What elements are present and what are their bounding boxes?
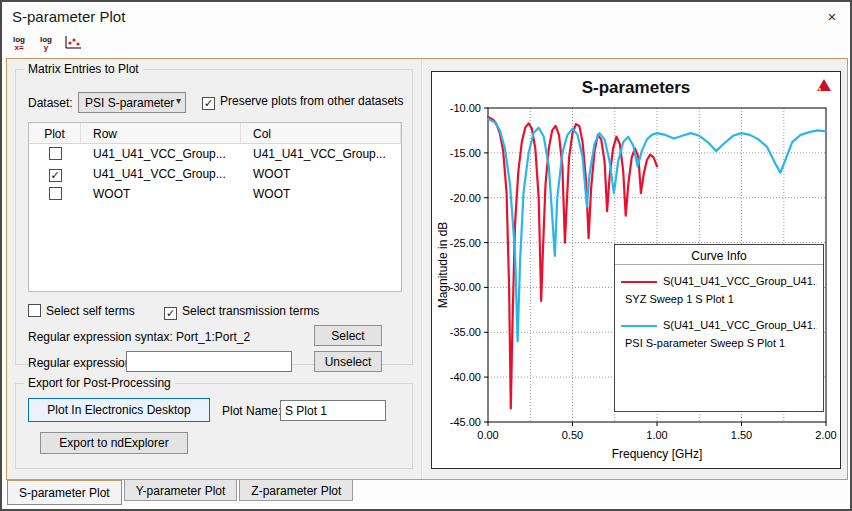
svg-text:Magnitude in dB: Magnitude in dB [436,222,450,309]
preserve-plots-label: Preserve plots from other datasets [220,94,403,108]
svg-text:Frequency [GHz]: Frequency [GHz] [612,447,703,461]
red-curve-sample-icon [621,281,657,283]
select-transmission-terms-checkbox[interactable]: ✓Select transmission terms [164,304,319,320]
chevron-down-icon: ▾ [176,95,181,106]
svg-text:0.00: 0.00 [477,429,498,441]
select-button[interactable]: Select [314,325,382,346]
titlebar: S-parameter Plot × [2,2,850,32]
row-cell: U41_U41_VCC_Group... [81,147,241,161]
export-group: Export for Post-Processing Plot In Elect… [15,383,413,469]
s-parameter-plot-dialog: S-parameter Plot × log x= log y Matrix E… [0,0,852,511]
svg-text:-45.00: -45.00 [450,416,481,428]
plot-in-electronics-desktop-button[interactable]: Plot In Electronics Desktop [28,398,210,422]
svg-text:-10.00: -10.00 [450,102,481,114]
chart-panel: S-parameters 0.000.501.001.502.00-10.00-… [431,71,841,469]
dataset-dropdown[interactable]: PSI S-parameter ▾ [78,92,186,113]
matrix-entries-group-title: Matrix Entries to Plot [24,62,143,76]
svg-text:2.00: 2.00 [815,429,836,441]
col-cell: U41_U41_VCC_Group... [241,147,401,161]
column-header-plot: Plot [29,123,81,143]
preserve-plots-checkbox[interactable]: ✓Preserve plots from other datasets [202,94,403,110]
close-icon[interactable]: × [822,7,842,27]
regex-input[interactable] [126,351,292,372]
table-row[interactable]: ✓ U41_U41_VCC_Group... WOOT [29,164,401,184]
pane-divider [421,59,423,479]
dialog-content: Matrix Entries to Plot Dataset: PSI S-pa… [6,58,848,480]
regex-syntax-label: Regular expression syntax: Port_1:Port_2 [28,330,250,344]
column-header-col: Col [241,123,401,143]
log-y-axis-button[interactable]: log y [35,34,57,54]
legend-entry: S(U41_U41_VCC_Group_U41... SYZ Sweep 1 S… [615,265,823,309]
col-cell: WOOT [241,187,401,201]
select-self-terms-label: Select self terms [46,304,135,318]
plot-name-label: Plot Name: [222,404,281,418]
svg-text:-40.00: -40.00 [450,371,481,383]
scatter-plot-icon [64,35,82,53]
svg-text:-15.00: -15.00 [450,147,481,159]
tab-z-parameter-plot[interactable]: Z-parameter Plot [239,480,353,501]
svg-text:1.00: 1.00 [646,429,667,441]
column-header-row: Row [81,123,241,143]
svg-text:-35.00: -35.00 [450,326,481,338]
matrix-entries-group: Matrix Entries to Plot Dataset: PSI S-pa… [15,69,413,365]
dataset-label: Dataset: [28,96,73,110]
export-to-ndexplorer-button[interactable]: Export to ndExplorer [40,432,188,454]
tab-y-parameter-plot[interactable]: Y-parameter Plot [124,480,238,501]
tab-s-parameter-plot[interactable]: S-parameter Plot [7,480,122,505]
legend-title: Curve Info [615,245,823,265]
svg-text:0.50: 0.50 [562,429,583,441]
plot-name-input[interactable] [280,400,386,421]
row-plot-checkbox[interactable] [49,147,62,160]
svg-text:1.50: 1.50 [731,429,752,441]
table-header: Plot Row Col [29,123,401,144]
select-transmission-terms-label: Select transmission terms [182,304,319,318]
window-title: S-parameter Plot [12,8,125,25]
dataset-dropdown-value: PSI S-parameter [85,96,174,110]
ansys-logo-icon [816,78,832,95]
legend-curve-name: S(U41_U41_VCC_Group_U41... [663,319,817,331]
legend-entry: S(U41_U41_VCC_Group_U41... PSI S-paramet… [615,309,823,353]
row-cell: WOOT [81,187,241,201]
row-cell: U41_U41_VCC_Group... [81,167,241,181]
legend-curve-name: S(U41_U41_VCC_Group_U41... [663,275,817,287]
toolbar: log x= log y [8,32,84,56]
chart-title: S-parameters [432,78,840,98]
export-group-title: Export for Post-Processing [24,376,175,390]
legend-sweep-label: SYZ Sweep 1 S Plot 1 [621,287,817,309]
cyan-curve-sample-icon [621,325,657,327]
scatter-plot-button[interactable] [62,34,84,54]
col-cell: WOOT [241,167,401,181]
checkbox-icon [28,304,41,317]
legend-sweep-label: PSI S-parameter Sweep S Plot 1 [621,331,817,353]
checkbox-icon: ✓ [164,307,177,320]
log-x-axis-button[interactable]: log x= [8,34,30,54]
unselect-button[interactable]: Unselect [314,351,382,372]
svg-text:-25.00: -25.00 [450,237,481,249]
row-plot-checkbox[interactable] [49,187,62,200]
svg-text:-30.00: -30.00 [450,281,481,293]
table-row[interactable]: U41_U41_VCC_Group... U41_U41_VCC_Group..… [29,144,401,164]
checkbox-icon: ✓ [202,97,215,110]
bottom-tabstrip: S-parameter Plot Y-parameter Plot Z-para… [2,480,850,511]
select-self-terms-checkbox[interactable]: Select self terms [28,304,135,318]
table-row[interactable]: WOOT WOOT [29,184,401,204]
row-plot-checkbox[interactable]: ✓ [49,169,62,182]
matrix-entries-table: Plot Row Col U41_U41_VCC_Group... U41_U4… [28,122,402,292]
curve-info-legend: Curve Info S(U41_U41_VCC_Group_U41... SY… [614,244,824,412]
svg-text:-20.00: -20.00 [450,192,481,204]
regex-label: Regular expression: [28,356,135,370]
